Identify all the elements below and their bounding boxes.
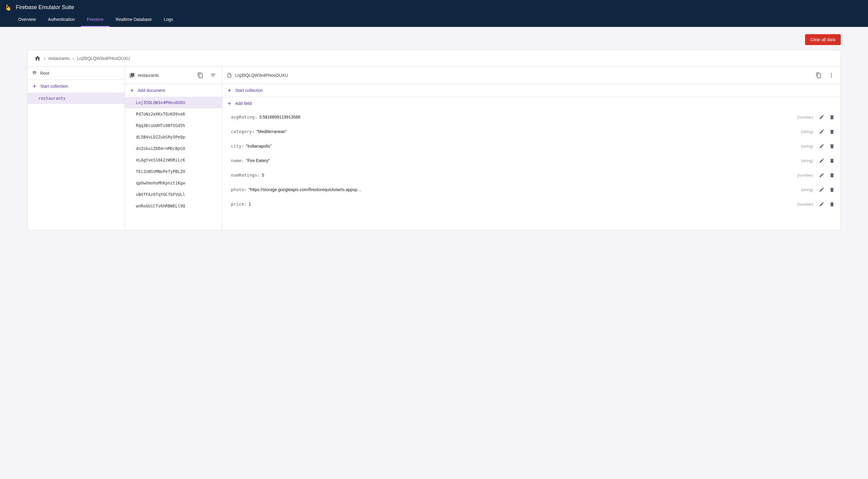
field-type: (string) [801, 144, 813, 148]
field-row: city:"Indianapolis"(string) [222, 139, 840, 153]
add-document-label: Add document [138, 88, 165, 93]
field-type: (string) [801, 159, 813, 163]
plus-icon [227, 88, 232, 93]
field-actions [817, 171, 836, 179]
firestore-panel: › restaurants › Lnj35QLQW3x4PHosOUXU Roo… [27, 50, 841, 231]
field-value: 5 [262, 173, 377, 177]
field-key: avgRating: [231, 114, 257, 119]
collection-item[interactable]: restaurants [28, 93, 125, 104]
add-document-button[interactable]: Add document [125, 84, 222, 97]
fields-column-title: Lnj35QLQW3x4PHosOUXU [235, 73, 811, 78]
document-item[interactable]: dL5B4vLDZZubSRy5PeQp [125, 131, 222, 143]
header-title-row: Firebase Emulator Suite [0, 0, 868, 13]
root-items-list: restaurants [28, 93, 125, 104]
delete-icon[interactable] [828, 156, 836, 165]
clear-all-data-button[interactable]: Clear all data [805, 34, 841, 45]
field-key: photo: [231, 187, 247, 192]
field-row: photo:"https://storage.googleapis.com/fi… [222, 182, 840, 197]
plus-icon [227, 101, 232, 106]
field-value: 1 [248, 202, 364, 207]
field-key: category: [231, 129, 255, 134]
document-item[interactable]: wnRoGUiCTv6hRBWELl9Q [125, 200, 222, 212]
field-value: "https://storage.googleapis.com/firestor… [248, 187, 364, 192]
chevron-right-icon: › [73, 56, 74, 61]
field-type: (number) [797, 173, 813, 177]
field-value: "Fire Eatery" [246, 158, 361, 163]
home-icon[interactable] [34, 55, 41, 62]
tab-overview[interactable]: Overview [12, 13, 42, 27]
fields-column-header: Lnj35QLQW3x4PHosOUXU [222, 67, 840, 84]
collection-icon [129, 73, 135, 78]
edit-icon[interactable] [817, 142, 826, 150]
add-field-button[interactable]: Add field [222, 97, 840, 110]
field-actions [817, 142, 836, 150]
nav-tabs: OverviewAuthenticationFirestoreRealtime … [0, 13, 868, 27]
filter-icon[interactable] [208, 70, 218, 80]
field-type: (string) [801, 187, 813, 192]
field-type: (string) [801, 129, 813, 134]
firebase-logo-icon [5, 4, 12, 11]
copy-icon[interactable] [814, 70, 824, 80]
delete-icon[interactable] [828, 142, 836, 150]
document-item[interactable]: Lnj35QLQW3x4PHosOUXU [125, 97, 222, 108]
delete-icon[interactable] [828, 185, 836, 194]
edit-icon[interactable] [817, 156, 826, 165]
document-items-list: Lnj35QLQW3x4PHosOUXUPd7oNz2eXKxTQsKO9va6… [125, 97, 222, 212]
breadcrumb-segment[interactable]: Lnj35QLQW3x4PHosOUXU [77, 56, 129, 61]
tab-realtime-database[interactable]: Realtime Database [110, 13, 158, 27]
field-type: (number) [797, 202, 813, 207]
documents-column: restaurants Add document Lnj35QLQW3x4PHo… [125, 67, 222, 230]
field-actions [817, 156, 836, 165]
start-collection-label: Start collection [40, 84, 68, 89]
breadcrumb-segment[interactable]: restaurants [49, 56, 70, 61]
tab-firestore[interactable]: Firestore [81, 13, 110, 27]
document-item[interactable]: Rqq3DcuUdHTsOBfOSd5h [125, 120, 222, 131]
start-collection-button[interactable]: Start collection [28, 80, 125, 93]
start-collection-label: Start collection [235, 88, 263, 93]
delete-icon[interactable] [828, 127, 836, 136]
field-row: category:"Mediterranean"(string) [222, 124, 840, 139]
document-item[interactable]: dnZokuiZOEmrnMOcBpSO [125, 143, 222, 154]
svg-point-1 [831, 75, 832, 76]
toolbar: Clear all data [0, 27, 868, 50]
document-icon [227, 73, 232, 78]
delete-icon[interactable] [828, 113, 836, 121]
field-type: (number) [797, 115, 813, 119]
plus-icon [129, 88, 135, 93]
field-key: city: [231, 144, 244, 148]
field-value: "Mediterranean" [257, 129, 372, 134]
field-actions [817, 200, 836, 208]
app-header: Firebase Emulator Suite OverviewAuthenti… [0, 0, 868, 27]
edit-icon[interactable] [817, 185, 826, 194]
more-vert-icon[interactable] [827, 70, 836, 80]
edit-icon[interactable] [817, 200, 826, 208]
svg-point-2 [831, 76, 832, 77]
plus-icon [32, 83, 37, 89]
field-row: name:"Fire Eatery"(string) [222, 153, 840, 168]
copy-icon[interactable] [195, 70, 205, 80]
delete-icon[interactable] [828, 200, 836, 208]
fields-list: avgRating:3.5816899119913588(number)cate… [222, 110, 840, 211]
field-actions [817, 185, 836, 194]
document-item[interactable]: qpOwXmohoMhKpnzt1Kgw [125, 177, 222, 189]
document-item[interactable]: Pd7oNz2eXKxTQsKO9va6 [125, 108, 222, 120]
edit-icon[interactable] [817, 171, 826, 179]
document-item[interactable]: eLAgYxeSS6k2zWORiLcK [125, 154, 222, 166]
field-row: numRatings:5(number) [222, 168, 840, 182]
edit-icon[interactable] [817, 127, 826, 136]
tab-authentication[interactable]: Authentication [42, 13, 81, 27]
field-row: avgRating:3.5816899119913588(number) [222, 110, 840, 124]
app-title: Firebase Emulator Suite [16, 4, 74, 10]
edit-icon[interactable] [817, 113, 826, 121]
field-value: "Indianapolis" [246, 144, 361, 148]
root-column: Root Start collection restaurants [28, 67, 125, 230]
columns-container: Root Start collection restaurants restau… [28, 67, 840, 230]
start-collection-button[interactable]: Start collection [222, 84, 840, 97]
tab-logs[interactable]: Logs [158, 13, 179, 27]
svg-point-0 [831, 73, 832, 74]
document-item[interactable]: vBXfFAzOfqYGCfbFVULl [125, 189, 222, 200]
chevron-right-icon: › [44, 56, 45, 61]
document-item[interactable]: fEcZoNSVMNoPefyPBLZH [125, 166, 222, 177]
breadcrumb: › restaurants › Lnj35QLQW3x4PHosOUXU [28, 50, 840, 67]
delete-icon[interactable] [828, 171, 836, 179]
